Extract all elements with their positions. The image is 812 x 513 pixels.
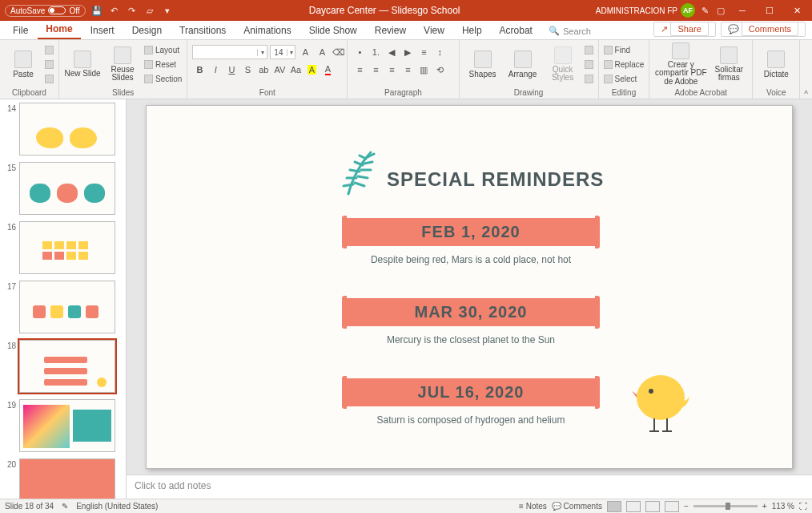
text-direction-button[interactable]: ↕	[432, 45, 447, 59]
strike-button[interactable]: S	[240, 63, 255, 77]
find-button[interactable]: Find	[604, 43, 645, 56]
thumb-17[interactable]	[19, 281, 115, 333]
case-button[interactable]: Aa	[288, 63, 303, 77]
qat-dropdown-icon[interactable]: ▾	[161, 4, 174, 17]
align-right-button[interactable]: ≡	[384, 63, 399, 77]
autosave-toggle[interactable]: AutoSave Off	[5, 5, 86, 17]
justify-button[interactable]: ≡	[400, 63, 415, 77]
thumb-20[interactable]	[19, 458, 115, 499]
arrange-button[interactable]: Arrange	[504, 42, 541, 86]
quickstyles-button[interactable]: Quick Styles	[545, 42, 581, 86]
section-button[interactable]: Section	[144, 72, 182, 85]
reminder-1-date[interactable]: FEB 1, 2020	[347, 218, 595, 246]
view-sorter-button[interactable]	[626, 501, 641, 512]
reminder-2-desc[interactable]: Mercury is the closest planet to the Sun	[347, 334, 595, 345]
zoom-slider[interactable]	[693, 505, 758, 507]
font-family-input[interactable]	[193, 48, 257, 57]
pencil-icon[interactable]: ✎	[698, 4, 711, 17]
cut-button[interactable]	[45, 43, 54, 56]
save-icon[interactable]: 💾	[90, 4, 103, 17]
undo-icon[interactable]: ↶	[108, 4, 121, 17]
format-painter-button[interactable]	[45, 72, 54, 85]
font-size-input[interactable]	[271, 48, 287, 57]
reminder-2[interactable]: MAR 30, 2020 Mercury is the closest plan…	[347, 298, 595, 345]
thumb-14[interactable]	[19, 103, 115, 156]
reset-button[interactable]: Reset	[144, 58, 182, 71]
dictate-button[interactable]: Dictate	[758, 42, 794, 86]
slide-canvas[interactable]: SPECIAL REMINDERS FEB 1, 2020 Despite be…	[127, 99, 812, 475]
adobe-sign-button[interactable]: Solicitar firmas	[710, 42, 747, 86]
tab-home[interactable]: Home	[38, 20, 80, 39]
font-family-combo[interactable]: ▾	[192, 45, 267, 59]
tab-file[interactable]: File	[5, 22, 36, 39]
collapse-ribbon-icon[interactable]: ^	[800, 40, 812, 99]
copy-button[interactable]	[45, 58, 54, 71]
slide[interactable]: SPECIAL REMINDERS FEB 1, 2020 Despite be…	[146, 105, 793, 469]
language-status[interactable]: English (United States)	[76, 502, 158, 511]
reminder-2-date[interactable]: MAR 30, 2020	[347, 298, 595, 326]
notes-toggle[interactable]: ≡ Notes	[519, 502, 547, 511]
slide-thumbnails-panel[interactable]: 14 15 16 17	[0, 99, 127, 499]
zoom-level[interactable]: 113 %	[772, 502, 794, 511]
indent-dec-button[interactable]: ◀	[384, 45, 399, 59]
numbering-button[interactable]: 1.	[368, 45, 383, 59]
layout-button[interactable]: Layout	[144, 43, 182, 56]
avatar[interactable]: AF	[681, 3, 695, 18]
view-slideshow-button[interactable]	[665, 501, 679, 512]
underline-button[interactable]: U	[224, 63, 239, 77]
tab-slideshow[interactable]: Slide Show	[301, 22, 365, 39]
grow-font-icon[interactable]: A	[298, 45, 312, 59]
shadow-button[interactable]: ab	[256, 63, 271, 77]
tab-transitions[interactable]: Transitions	[171, 22, 234, 39]
shrink-font-icon[interactable]: A	[315, 45, 329, 59]
slideshow-start-icon[interactable]: ▱	[143, 4, 156, 17]
tab-review[interactable]: Review	[367, 22, 414, 39]
align-left-button[interactable]: ≡	[352, 63, 367, 77]
paste-button[interactable]: Paste	[5, 42, 42, 86]
shape-effects-button[interactable]	[585, 72, 593, 85]
select-button[interactable]: Select	[604, 72, 645, 85]
columns-button[interactable]: ▥	[416, 63, 431, 77]
adobe-create-button[interactable]: Crear y compartir PDF de Adobe	[654, 42, 707, 86]
new-slide-button[interactable]: New Slide	[64, 42, 101, 86]
reminder-3[interactable]: JUL 16, 2020 Saturn is composed of hydro…	[347, 378, 595, 426]
font-size-combo[interactable]: ▾	[270, 45, 295, 59]
tab-acrobat[interactable]: Acrobat	[492, 22, 541, 39]
thumb-18[interactable]	[19, 340, 115, 393]
reminder-3-date[interactable]: JUL 16, 2020	[347, 378, 595, 406]
shape-fill-button[interactable]	[585, 43, 593, 56]
clear-format-icon[interactable]: ⌫	[332, 45, 346, 59]
bold-button[interactable]: B	[192, 63, 207, 77]
slide-counter[interactable]: Slide 18 of 34	[5, 502, 54, 511]
highlight-button[interactable]: A	[304, 63, 319, 77]
indent-inc-button[interactable]: ▶	[400, 45, 415, 59]
share-button[interactable]: ↗ Share	[653, 22, 715, 37]
italic-button[interactable]: I	[208, 63, 223, 77]
replace-button[interactable]: Replace	[604, 58, 645, 71]
notes-pane[interactable]: Click to add notes	[127, 475, 812, 499]
spacing-button[interactable]: AV	[272, 63, 287, 77]
align-center-button[interactable]: ≡	[368, 63, 383, 77]
reminder-1[interactable]: FEB 1, 2020 Despite being red, Mars is a…	[347, 218, 595, 265]
tab-help[interactable]: Help	[454, 22, 490, 39]
fit-window-button[interactable]: ⛶	[799, 502, 807, 511]
tab-view[interactable]: View	[416, 22, 452, 39]
shape-outline-button[interactable]	[585, 58, 593, 71]
slide-title[interactable]: SPECIAL REMINDERS	[387, 168, 604, 191]
maximize-button[interactable]: ☐	[758, 0, 782, 21]
ribbon-options-icon[interactable]: ▢	[714, 4, 727, 17]
bullets-button[interactable]: •	[352, 45, 367, 59]
font-color-button[interactable]: A	[320, 63, 335, 77]
zoom-out-button[interactable]: −	[684, 502, 689, 511]
thumb-16[interactable]	[19, 221, 115, 274]
tell-me-search[interactable]: 🔍 Search	[542, 26, 591, 39]
smartart-button[interactable]: ⟲	[432, 63, 447, 77]
view-normal-button[interactable]	[607, 501, 621, 512]
spell-icon[interactable]: ✎	[62, 502, 68, 511]
tab-animations[interactable]: Animations	[235, 22, 299, 39]
redo-icon[interactable]: ↷	[126, 4, 139, 17]
shapes-button[interactable]: Shapes	[464, 42, 501, 86]
comments-button[interactable]: 💬 Comments	[721, 22, 806, 37]
close-button[interactable]: ✕	[785, 0, 809, 21]
thumb-19[interactable]	[19, 399, 115, 452]
